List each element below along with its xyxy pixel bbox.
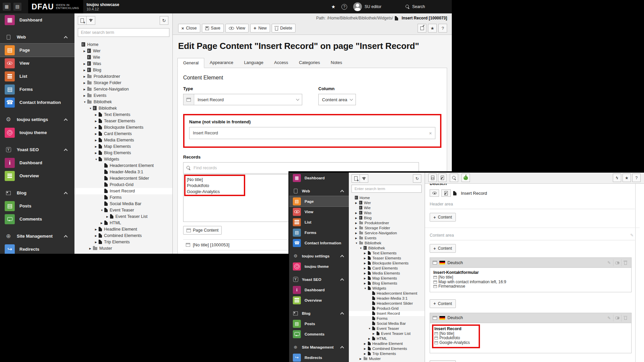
sidebar-item-view[interactable]: View [289, 206, 349, 217]
tree-node-map-elements[interactable]: ▶Map Elements [74, 143, 172, 150]
module-menu-icon[interactable]: ▦ [3, 3, 11, 11]
expander-closed-icon[interactable]: ▶ [95, 137, 99, 143]
tree-node-muster[interactable]: ▶Muster [74, 245, 172, 252]
expander-closed-icon[interactable]: ▶ [364, 256, 368, 261]
expander-closed-icon[interactable]: ▶ [95, 239, 99, 245]
refresh-tree-button[interactable]: ↻ [413, 174, 421, 183]
sidebar-item-dashboard[interactable]: ▦Dashboard [0, 13, 74, 26]
filter-button[interactable] [360, 174, 368, 183]
sidebar-item-overview[interactable]: Overview [289, 295, 349, 305]
tree-node-wie[interactable]: Wie [74, 54, 172, 61]
sidebar-item-contact-information[interactable]: ☎Contact Information [289, 238, 349, 248]
sidebar-item-dashboard[interactable]: iDashboard [289, 285, 349, 295]
sidebar-item-redirects[interactable]: ↪Redirects [289, 352, 349, 362]
sidebar-item-list[interactable]: List [0, 70, 74, 83]
tree-node-bibliothek[interactable]: ▼Bibliothek [349, 246, 425, 251]
tree-node-teaser-elements[interactable]: ▶Teaser Elements [74, 118, 172, 124]
expander-open-icon[interactable]: ▼ [364, 286, 368, 291]
expander-closed-icon[interactable]: ▶ [373, 331, 376, 336]
refresh-tree-button[interactable]: ↻ [160, 16, 168, 25]
column-select[interactable]: Content area [318, 94, 356, 105]
expander-closed-icon[interactable]: ▶ [364, 271, 368, 276]
edit-properties-button[interactable] [441, 189, 451, 197]
expander-closed-icon[interactable]: ▶ [95, 226, 99, 233]
expander-closed-icon[interactable]: ▶ [364, 281, 368, 286]
expander-open-icon[interactable]: ▼ [355, 241, 359, 246]
tree-node-blog-elements[interactable]: ▶Blog Elements [349, 281, 425, 286]
tree-node-blog[interactable]: ▶Blog [349, 216, 425, 221]
tree-node-media-elements[interactable]: ▶Media Elements [74, 137, 172, 143]
expander-closed-icon[interactable]: ▶ [95, 233, 99, 239]
tree-node-blog-elements[interactable]: ▶Blog Elements [74, 150, 172, 156]
expander-closed-icon[interactable]: ▶ [106, 214, 110, 220]
view-webpage-button[interactable] [430, 189, 439, 197]
username[interactable]: SU editor [365, 4, 381, 9]
find-records-input[interactable] [194, 166, 419, 170]
tree-node-storage-folder[interactable]: ▶Storage Folder [74, 80, 172, 86]
bookmark-button[interactable]: ★ [428, 24, 437, 33]
help-icon[interactable]: ? [341, 4, 347, 10]
tree-node-widgets[interactable]: ▼Widgets [74, 156, 172, 163]
close-button[interactable]: ×Close [178, 24, 200, 33]
tree-node-html[interactable]: ▶HTML [349, 336, 425, 341]
sidebar-item-blog[interactable]: Blog [289, 308, 349, 318]
sidebar-item-redirects[interactable]: ↪Redirects [0, 243, 74, 254]
tree-node-produktordner[interactable]: ▶Produktordner [74, 73, 172, 80]
expander-closed-icon[interactable]: ▶ [84, 73, 87, 80]
tree-node-event-teaser-list[interactable]: ▶Event Teaser List [349, 331, 425, 336]
expander-closed-icon[interactable]: ▶ [355, 231, 359, 236]
search-button[interactable] [450, 174, 458, 182]
content-element-body[interactable]: Insert-Kontaktformular[No title]Map with… [430, 268, 631, 292]
sidebar-item-page[interactable]: ▤Page [289, 196, 349, 206]
expander-closed-icon[interactable]: ▶ [355, 216, 359, 221]
tree-node-wer[interactable]: ▶Wer [74, 48, 172, 54]
expander-closed-icon[interactable]: ▶ [364, 276, 368, 281]
tree-node-trip-elements[interactable]: ▶Trip Elements [349, 351, 425, 356]
tree-node-teaser-elements[interactable]: ▶Teaser Elements [349, 256, 425, 261]
tree-search-input[interactable] [352, 185, 422, 193]
tree-search-input[interactable] [78, 28, 169, 37]
type-select[interactable]: Insert Record [183, 94, 302, 105]
add-content-button[interactable]: +Content [430, 360, 456, 362]
expander-closed-icon[interactable]: ▶ [364, 351, 368, 356]
expander-closed-icon[interactable]: ▶ [95, 150, 99, 156]
sidebar-item-toujou-theme[interactable]: toujou theme [0, 126, 74, 139]
tree-node-event-teaser[interactable]: ▼Event Teaser [349, 326, 425, 331]
sidebar-item-comments[interactable]: Comments [0, 213, 74, 226]
sidebar-item-toujou-theme[interactable]: toujou theme [289, 261, 349, 272]
new-page-button[interactable] [78, 16, 87, 25]
clear-cache-lightning-button[interactable]: ϟ [613, 174, 621, 182]
content-element-header[interactable]: Deutsch✎ [430, 258, 631, 268]
view-button[interactable]: View [225, 24, 249, 33]
tree-node-map-elements[interactable]: ▶Map Elements [349, 276, 425, 281]
sidebar-item-posts[interactable]: ▤Posts [0, 199, 74, 213]
expander-closed-icon[interactable]: ▶ [364, 251, 368, 256]
tree-node-home[interactable]: Home [74, 42, 172, 48]
expander-closed-icon[interactable]: ▶ [95, 143, 99, 150]
sidebar-item-forms[interactable]: ▤Forms [289, 227, 349, 238]
expander-closed-icon[interactable]: ▶ [355, 200, 359, 205]
new-page-button[interactable] [352, 174, 360, 183]
expander-open-icon[interactable]: ▼ [95, 156, 99, 163]
visibility-toggle-icon[interactable] [613, 315, 621, 321]
delete-icon[interactable] [621, 315, 629, 321]
edit-page-button[interactable] [438, 174, 446, 182]
new-button[interactable]: +New [250, 24, 270, 33]
tree-node-headercontent-element[interactable]: Headercontent Element [74, 163, 172, 169]
tree-node-header-media-3-1[interactable]: Header-Media 3:1 [74, 169, 172, 175]
edit-icon[interactable]: ✎ [605, 315, 613, 321]
sidebar-item-yoast-seo[interactable]: YYoast SEO [0, 143, 74, 156]
tree-node-headline-element[interactable]: ▶Headline Element [349, 341, 425, 346]
tree-node-forms[interactable]: Forms [349, 316, 425, 321]
clear-cache-button[interactable] [462, 174, 470, 182]
expander-open-icon[interactable]: ▼ [84, 99, 87, 105]
help-button[interactable]: ? [632, 174, 641, 182]
expander-closed-icon[interactable]: ▶ [84, 80, 87, 86]
tree-node-wer[interactable]: ▶Wer [349, 200, 425, 205]
expander-closed-icon[interactable]: ▶ [95, 131, 99, 137]
expander-closed-icon[interactable]: ▶ [84, 86, 87, 93]
sidebar-item-toujou-settings[interactable]: ⚙toujou settings [289, 251, 349, 261]
sidebar-item-web[interactable]: Web [0, 31, 74, 44]
sidebar-item-web[interactable]: Web [289, 186, 349, 196]
tree-node-home[interactable]: Home [349, 195, 425, 200]
